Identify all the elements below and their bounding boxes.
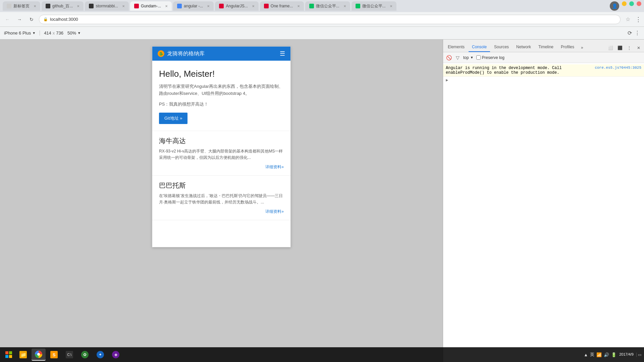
devtools-tab-sources[interactable]: Sources [491, 43, 512, 52]
svg-rect-2 [5, 355, 8, 358]
tab-angular[interactable]: angular -... ✕ [173, 1, 214, 11]
app-header: 🐉 龙骑将的格纳库 ☰ [152, 47, 290, 61]
taskbar-cmd[interactable]: C:\ [62, 349, 76, 361]
card-more-link-2[interactable]: 详细资料» [265, 209, 284, 214]
zoom-selector[interactable]: 50% ▼ [67, 31, 81, 36]
app7-icon: ◈ [112, 351, 119, 358]
volume-icon[interactable]: 🔊 [604, 352, 609, 357]
tab-favicon-8 [309, 4, 314, 8]
user-icon[interactable]: 👤 [610, 1, 619, 11]
tab-close-5[interactable]: ✕ [207, 4, 210, 8]
device-selector[interactable]: iPhone 6 Plus ▼ [4, 31, 40, 36]
tab-close-1[interactable]: ✕ [34, 4, 36, 8]
hero-ps: PS：我真的很想开高达！ [159, 101, 284, 107]
device-toolbar: iPhone 6 Plus ▼ 414 x 736 50% ▼ ⟳ ⋮ [0, 27, 644, 40]
rotate-button[interactable]: ⟳ [628, 30, 632, 36]
console-entry-source-1[interactable]: core.es5.js?0445:3025 [595, 66, 641, 70]
show-desktop-button[interactable]: ▭ [636, 353, 641, 357]
console-expand-chevron[interactable]: ► [443, 77, 644, 84]
tab-oneframe[interactable]: One frame... ✕ [260, 1, 304, 11]
svg-rect-0 [5, 351, 8, 354]
tab-favicon-6 [219, 4, 224, 8]
top-dropdown-icon: ▼ [470, 56, 474, 59]
dimension-controls: 414 x 736 [44, 31, 63, 36]
minimize-button[interactable] [622, 1, 627, 6]
more-options-button[interactable]: ⋮ [635, 30, 640, 36]
taskbar-app6[interactable]: ✦ [93, 349, 107, 361]
device-name: iPhone 6 Plus [4, 31, 31, 36]
svg-rect-1 [9, 351, 12, 354]
reload-button[interactable]: ↻ [27, 15, 36, 24]
explorer-icon: 📁 [19, 351, 27, 358]
start-button[interactable] [3, 349, 15, 361]
width-value[interactable]: 414 [44, 31, 51, 36]
preserve-log-control[interactable]: Preserve log [476, 55, 504, 60]
devtools-tab-more[interactable]: » [578, 43, 586, 52]
devtools-tab-timeline[interactable]: Timeline [535, 43, 557, 52]
devtools-panel: Elements Console Sources Network Timelin… [443, 40, 644, 362]
console-entry-1: Angular is running in the development mo… [443, 64, 644, 77]
expand-tray-icon[interactable]: ▲ [584, 352, 588, 357]
card-desc-2: 在'埃德葛顿'发生激战过后，'敢达・巴巴托斯'仍与它的驾驶员——三日月·奥格斯一… [159, 193, 284, 205]
console-top-selector[interactable]: top ▼ [463, 55, 474, 60]
card-more-2: 详细资料» [159, 208, 284, 215]
battery-icon[interactable]: 🔋 [611, 352, 616, 357]
back-button[interactable]: ← [3, 15, 12, 24]
hamburger-menu[interactable]: ☰ [280, 50, 285, 57]
tab-label-5: angular -... [184, 4, 203, 8]
tab-close-7[interactable]: ✕ [297, 4, 300, 8]
forward-button[interactable]: → [15, 15, 24, 24]
console-filter-button[interactable]: ▽ [454, 55, 461, 61]
toolbar-right: ⟳ ⋮ [628, 30, 640, 36]
devtools-more-button[interactable]: ⋮ [625, 44, 633, 52]
height-value[interactable]: 736 [56, 31, 63, 36]
card-more-link-1[interactable]: 详细资料» [265, 165, 284, 169]
taskbar-chrome[interactable] [32, 349, 46, 361]
ime-icon[interactable]: 英 [590, 352, 594, 358]
tab-close-4[interactable]: ✕ [165, 4, 168, 8]
console-toolbar: 🚫 ▽ top ▼ Preserve log [443, 52, 644, 63]
devtools-controls: ⬜ ⬛ ⋮ ✕ [606, 44, 643, 52]
more-button[interactable]: ⋮ [635, 16, 641, 23]
tab-close-8[interactable]: ✕ [343, 4, 346, 8]
tab-angularjs[interactable]: AngularJS... ✕ [215, 1, 258, 11]
tab-stormrabbi[interactable]: stormrabbi... ✕ [85, 1, 129, 11]
taskbar-sublime[interactable]: S [47, 349, 61, 361]
network-icon[interactable]: 📶 [596, 352, 602, 357]
tab-favicon-7 [264, 4, 269, 8]
tab-github[interactable]: github_百... ✕ [42, 1, 84, 11]
tab-close-9[interactable]: ✕ [390, 4, 392, 8]
bookmark-button[interactable]: ☆ [623, 15, 633, 24]
tab-new[interactable]: 新标签页 ✕ [3, 1, 40, 11]
devtools-tab-profiles[interactable]: Profiles [557, 43, 578, 52]
hero-section: Hello, Meister! 清明节在家里研究Angular再出来的东西，包含… [152, 61, 290, 131]
card-title-2: 巴巴托斯 [159, 181, 284, 190]
close-button[interactable] [637, 1, 641, 6]
devtools-tab-network[interactable]: Network [513, 43, 534, 52]
tab-favicon-9 [356, 4, 360, 8]
git-button[interactable]: Git地址 » [159, 113, 187, 124]
tab-close-3[interactable]: ✕ [122, 4, 125, 8]
devtools-dock-button[interactable]: ⬜ [606, 44, 614, 52]
tab-gundam[interactable]: Gundam-... ✕ [130, 1, 172, 11]
tab-close-2[interactable]: ✕ [77, 4, 79, 8]
taskbar-explorer[interactable]: 📁 [16, 349, 30, 361]
devtools-tab-elements[interactable]: Elements [444, 43, 468, 52]
dimension-separator: x [53, 31, 55, 36]
devtools-undock-button[interactable]: ⬛ [616, 44, 624, 52]
devtools-tab-console[interactable]: Console [469, 43, 490, 52]
main-area: 🐉 龙骑将的格纳库 ☰ Hello, Meister! 清明节在家里研究Angu… [0, 40, 644, 362]
tab-wechat2[interactable]: 微信公众平... ✕ [352, 1, 396, 11]
maximize-button[interactable] [629, 1, 634, 6]
tab-label-6: AngularJS... [226, 4, 248, 8]
taskbar-clock[interactable]: 2017/4/9 [619, 352, 634, 357]
tab-close-6[interactable]: ✕ [252, 4, 255, 8]
console-clear-button[interactable]: 🚫 [446, 55, 452, 61]
devtools-close-button[interactable]: ✕ [635, 44, 643, 52]
taskbar-app5[interactable]: ✿ [78, 349, 92, 361]
tab-wechat1[interactable]: 微信公众平... ✕ [305, 1, 350, 11]
nav-bar: ← → ↻ 🔒 localhost:3000 ☆ ⋮ [0, 12, 644, 27]
taskbar-app7[interactable]: ◈ [109, 349, 123, 361]
address-bar[interactable]: 🔒 localhost:3000 [39, 15, 621, 24]
preserve-log-checkbox[interactable] [476, 55, 481, 60]
